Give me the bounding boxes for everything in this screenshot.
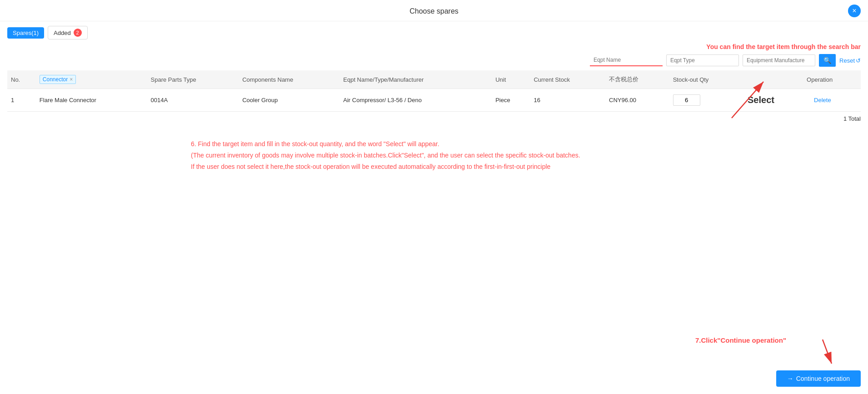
- title-bar: Choose spares ×: [0, 0, 868, 21]
- col-price: 不含税总价: [605, 70, 669, 89]
- added-badge: 2: [74, 29, 82, 37]
- total-row: 1 Total: [0, 112, 868, 126]
- continue-operation-button[interactable]: → Continue operation: [776, 370, 861, 387]
- stock-out-qty-input[interactable]: [673, 94, 700, 106]
- close-button[interactable]: ×: [848, 5, 861, 17]
- cell-unit: Piece: [492, 89, 530, 112]
- connector-filter-close[interactable]: ×: [70, 76, 73, 83]
- col-eqpt-name-type-mfr: Eqpt Name/Type/Manufacturer: [339, 70, 492, 89]
- total-count: 1 Total: [843, 115, 861, 122]
- reset-button[interactable]: Reset ↺: [839, 57, 861, 64]
- dialog-title: Choose spares: [409, 7, 459, 15]
- continue-label: Continue operation: [796, 375, 850, 382]
- svg-line-3: [823, 340, 832, 364]
- search-hint: You can find the target item through the…: [0, 39, 868, 52]
- tab-spares[interactable]: Spares(1): [7, 27, 44, 39]
- cell-price: CNY96.00: [605, 89, 669, 112]
- cell-components-name: Cooler Group: [239, 89, 339, 112]
- select-button[interactable]: Select: [748, 95, 774, 105]
- reset-icon: ↺: [856, 57, 861, 64]
- annotation-text: 6. Find the target item and fill in the …: [191, 138, 580, 173]
- search-icon: 🔍: [823, 57, 831, 64]
- col-stock-out-qty: Stock-out Qty: [669, 70, 744, 89]
- tab-added[interactable]: Added 2: [48, 26, 88, 39]
- eqpt-type-input[interactable]: [666, 54, 739, 66]
- connector-filter-tag: Connector ×: [40, 75, 76, 84]
- cell-operation: Delete: [803, 89, 861, 112]
- table-row: 1 Flare Male Connector 0014A Cooler Grou…: [7, 89, 861, 112]
- tab-added-label: Added: [54, 30, 71, 36]
- annotation-line3: If the user does not select it here,the …: [191, 161, 580, 172]
- table-header-row: No. Connector × Spare Parts Type Compone…: [7, 70, 861, 89]
- col-connector: Connector ×: [36, 70, 147, 89]
- col-operation: Operation: [803, 70, 861, 89]
- cell-current-stock: 16: [530, 89, 605, 112]
- continue-operation-hint: 7.Click"Continue operation": [695, 336, 786, 344]
- cell-stock-out-qty: [669, 89, 744, 112]
- cell-select: Select: [744, 89, 803, 112]
- col-empty: [744, 70, 803, 89]
- table-area: No. Connector × Spare Parts Type Compone…: [0, 70, 868, 112]
- annotation-line1: 6. Find the target item and fill in the …: [191, 138, 580, 150]
- col-components-name: Components Name: [239, 70, 339, 89]
- annotation-line2: (The current inventory of goods may invo…: [191, 150, 580, 161]
- col-spare-parts-type: Spare Parts Type: [147, 70, 239, 89]
- continue-icon: →: [787, 375, 793, 382]
- spares-table: No. Connector × Spare Parts Type Compone…: [7, 70, 861, 112]
- col-current-stock: Current Stock: [530, 70, 605, 89]
- col-unit: Unit: [492, 70, 530, 89]
- equipment-manufacture-input[interactable]: [743, 54, 815, 66]
- cell-spare-parts-type: 0014A: [147, 89, 239, 112]
- cell-eqpt-name-type-mfr: Air Compressor/ L3-56 / Deno: [339, 89, 492, 112]
- col-no: No.: [7, 70, 36, 89]
- annotation-arrow-2: [795, 337, 841, 369]
- delete-button[interactable]: Delete: [814, 97, 831, 103]
- tabs-row: Spares(1) Added 2: [0, 21, 868, 39]
- search-row: 🔍 Reset ↺: [0, 52, 868, 70]
- reset-label: Reset: [839, 57, 855, 64]
- cell-no: 1: [7, 89, 36, 112]
- cell-connector: Flare Male Connector: [36, 89, 147, 112]
- eqpt-name-input[interactable]: [590, 54, 663, 66]
- search-button[interactable]: 🔍: [819, 54, 836, 67]
